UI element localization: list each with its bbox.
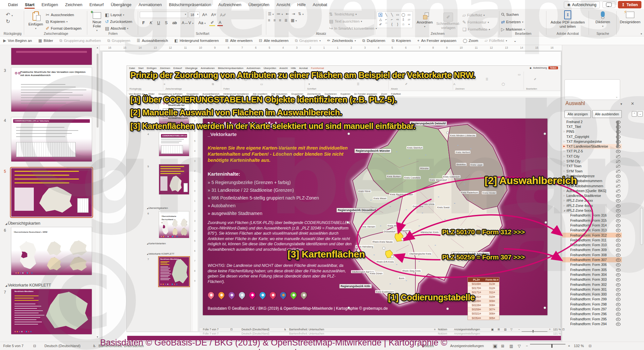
menu-item-start[interactable]: Start	[21, 1, 38, 9]
layer-row-freihandform-form-303[interactable]: Freihandform: Form 303	[562, 277, 622, 282]
recording-button[interactable]: ◉Aufzeichnung	[564, 1, 600, 8]
increase-font-icon[interactable]: A˄	[201, 12, 209, 17]
paste-button[interactable]: Einfügen▾	[26, 11, 46, 32]
comments-button[interactable]	[602, 1, 615, 8]
eye-hidden-icon[interactable]	[616, 160, 620, 163]
highlight-color-button[interactable]: ✐	[209, 20, 215, 26]
dictate-button[interactable]: Diktieren▾	[590, 9, 616, 28]
eye-visible-icon[interactable]	[616, 293, 620, 296]
layer-row-freihandform-form-308[interactable]: Freihandform: Form 308	[562, 252, 622, 257]
increase-indent-button[interactable]: ⇥	[292, 12, 295, 16]
toolbar-alle-erweitern[interactable]: ⊞Alle erweitern	[225, 38, 252, 43]
slide-sorter-icon[interactable]: ⊞	[501, 344, 504, 348]
selection-handle[interactable]	[545, 221, 547, 224]
layer-row-landkreise-stadtkreise[interactable]: ▷Landkreise-Stadtkreise	[562, 193, 622, 198]
decrease-font-icon[interactable]: A˅	[210, 12, 218, 17]
layer-row-txt-titel[interactable]: TXT_Titel	[562, 124, 622, 129]
align-text-button[interactable]: ▤Text ausrichten ▾	[329, 18, 377, 24]
layer-row-bundeslandgrenze[interactable]: Bundeslandgrenze	[562, 173, 622, 178]
menu-item-animationen[interactable]: Animationen	[135, 1, 165, 9]
redo-button[interactable]: ↻	[6, 18, 23, 24]
eye-visible-icon[interactable]	[616, 209, 620, 212]
eye-visible-icon[interactable]	[616, 219, 620, 222]
layer-row-freihandform-form-298[interactable]: Freihandform: Form 298	[562, 302, 622, 306]
toolbar-duplizieren[interactable]: ⧉Duplizieren	[362, 38, 385, 43]
hide-all-button[interactable]: Alle ausblenden	[592, 110, 622, 118]
font-color-button[interactable]: A	[217, 20, 223, 26]
design-ideas-button[interactable]: Designideen	[618, 9, 643, 24]
layer-row--plz-zone-4xxxx[interactable]: ▷#PLZ-Zone 4xxxx	[562, 203, 622, 208]
eye-visible-icon[interactable]	[616, 224, 620, 227]
thumbnail-scrollbar[interactable]: ▲ ▼	[96, 46, 99, 338]
section-header[interactable]: Übersichtgskarten	[5, 221, 40, 226]
horizontal-ruler[interactable]: 1615141312111098765432112345678910111213…	[100, 45, 562, 51]
eye-hidden-icon[interactable]	[616, 189, 620, 192]
clear-format-icon[interactable]: A✐	[219, 12, 227, 18]
layer-row-sym-town[interactable]: ▷SYM Town	[562, 169, 622, 173]
eye-visible-icon[interactable]	[616, 278, 620, 281]
eye-visible-icon[interactable]	[616, 283, 620, 286]
bullets-button[interactable]: ☰ ▾	[268, 12, 274, 16]
selection-handle[interactable]	[446, 131, 449, 134]
align-center-button[interactable]: ≡	[273, 18, 276, 23]
slide-thumbnail-partial[interactable]	[11, 48, 92, 65]
layer-row-freihandform-form-311[interactable]: Freihandform: Form 311	[562, 238, 622, 242]
underline-button[interactable]: U	[156, 20, 161, 25]
selection-handle[interactable]	[346, 221, 349, 224]
toolbar-an-fenster-anpassen[interactable]: ⌖An Fenster anpassen	[417, 38, 456, 43]
layer-row--plz-zone-3xxxx[interactable]: ▷#PLZ-Zone 3xxxx	[562, 198, 622, 203]
expand-icon[interactable]: ▷	[562, 204, 566, 207]
layer-row-txt-regierungsbezirke[interactable]: ▷TXT Regierungsbezirke	[562, 139, 622, 144]
layer-row-freihandform-form-295[interactable]: Freihandform: Form 295	[562, 316, 622, 321]
layer-row-freihandform-form-304[interactable]: Freihandform: Form 304	[562, 272, 622, 277]
layer-row-freihandform-form-310[interactable]: Freihandform: Form 310	[562, 243, 622, 248]
reset-button[interactable]: ↺Zurücksetzen	[105, 18, 132, 25]
zoom-out-icon[interactable]: −	[526, 344, 528, 348]
zoom-slider-thumb[interactable]	[551, 344, 553, 348]
expand-icon[interactable]: ▷	[562, 150, 566, 152]
shape-fill-button[interactable]: ▱Fülleffekt ▾	[462, 12, 490, 18]
eye-hidden-icon[interactable]	[616, 184, 620, 188]
expand-icon[interactable]: ▷	[562, 165, 566, 167]
menu-item-acrobat[interactable]: Acrobat	[309, 1, 331, 9]
notes-button[interactable]: Notizen	[422, 344, 434, 348]
eye-visible-icon[interactable]	[616, 228, 620, 232]
eye-visible-icon[interactable]	[616, 307, 620, 311]
zoom-slider[interactable]	[530, 344, 565, 345]
layer-row-freihandform-form-312[interactable]: Freihandform: Form 312	[562, 233, 622, 238]
toolbar-overflow-icon[interactable]: ⌄	[514, 38, 517, 43]
eye-visible-icon[interactable]	[616, 238, 620, 242]
collapse-ribbon-icon[interactable]: ▾	[640, 32, 642, 35]
eye-visible-icon[interactable]	[616, 234, 620, 237]
eye-hidden-icon[interactable]	[616, 164, 620, 168]
pane-close-icon[interactable]: ✕	[631, 101, 634, 106]
layer-row-sym-city[interactable]: ▷SYM City	[562, 159, 622, 163]
eye-visible-icon[interactable]	[616, 297, 620, 301]
toolbar-fülleffekt[interactable]: ▱Fülleffekt▾	[485, 38, 507, 43]
section-header[interactable]: Vektorkarte KOMPLETT	[5, 283, 51, 287]
toolbar-hintergrund-formatieren[interactable]: ◧Hintergrund formatieren	[175, 38, 219, 43]
expand-icon[interactable]: ▷	[562, 180, 566, 182]
strikethrough-button[interactable]: ab	[171, 20, 178, 25]
eye-visible-icon[interactable]	[616, 268, 620, 271]
numbering-button[interactable]: ≔ ▾	[277, 12, 283, 16]
layer-row-freihandform-form-299[interactable]: Freihandform: Form 299	[562, 297, 622, 302]
layer-row-freihandform-form-314[interactable]: Freihandform: Form 314	[562, 223, 622, 228]
format-painter-button[interactable]: ✐Format übertragen	[46, 25, 81, 32]
eye-visible-icon[interactable]	[616, 174, 620, 178]
expand-icon[interactable]: ▷	[562, 155, 566, 158]
replace-button[interactable]: ⇄Ersetzen ▾	[501, 19, 545, 25]
selection-handle[interactable]	[446, 307, 449, 310]
share-button[interactable]: ↥Teilen	[618, 1, 641, 8]
toolbar-gruppieren[interactable]: ⧉Gruppieren	[107, 38, 130, 43]
eye-visible-icon[interactable]	[616, 288, 620, 291]
menu-item-überprüfen[interactable]: Überprüfen	[245, 1, 273, 9]
menu-item-hilfe[interactable]: Hilfe	[294, 1, 309, 9]
columns-button[interactable]: ▦ ▾	[291, 18, 297, 23]
menu-item-datei[interactable]: Datei	[5, 1, 21, 9]
shadow-button[interactable]: S	[164, 20, 169, 25]
adobe-pdf-button[interactable]: ↥ Adobe PDF erstellen und teilen	[547, 9, 588, 29]
eye-visible-icon[interactable]	[616, 204, 620, 207]
slide-thumbnail-6[interactable]: Übersichtskarte Deutschland + NRW	[11, 227, 92, 275]
layer-row-freihand-2[interactable]: Freihand 2	[562, 119, 622, 124]
